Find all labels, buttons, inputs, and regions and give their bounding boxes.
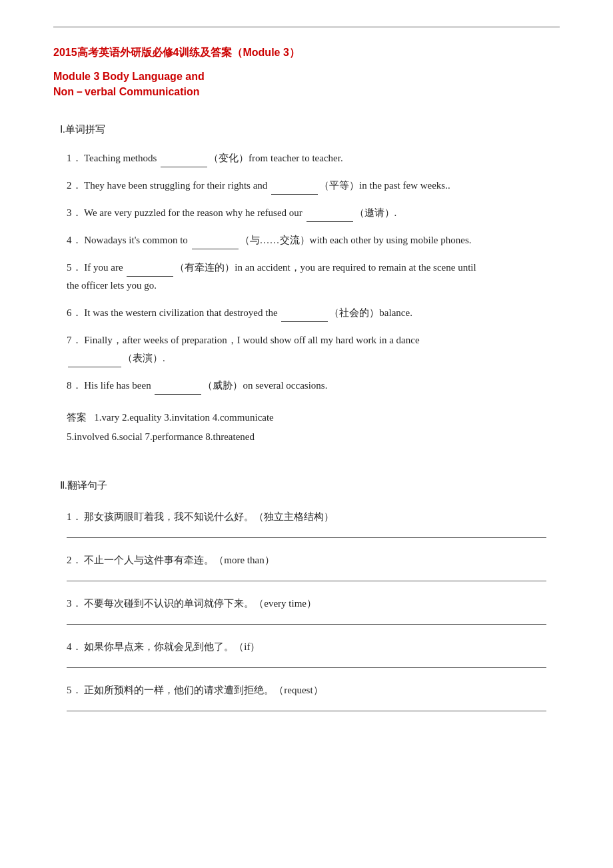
q7-blank-text: （表演）. (123, 353, 165, 363)
q6-blank (281, 321, 328, 322)
q4-num: 4． (67, 235, 82, 245)
t5-text: 正如所预料的一样，他们的请求遭到拒绝。（request） (84, 685, 322, 695)
q8-blank (155, 394, 201, 395)
q3-blank (306, 221, 353, 222)
module-title-line2: Non－verbal Communication (53, 85, 560, 99)
t1-answer-line (67, 530, 546, 538)
q8-after: （威胁）on several occasions. (203, 380, 327, 391)
t4-answer-line (67, 660, 546, 668)
question-4: 4． Nowadays it's common to （与……交流）with e… (53, 231, 560, 249)
translation-2: 2． 不止一个人与这件事有牵连。（more than） (53, 551, 560, 569)
q7-blank (68, 367, 121, 367)
t5-num: 5． (67, 685, 82, 695)
section2-title: Ⅱ.翻译句子 (60, 479, 560, 492)
question-3: 3． We are very puzzled for the reason wh… (53, 204, 560, 222)
q1-before: Teaching methods (84, 153, 159, 163)
question-6: 6． It was the western civilization that … (53, 304, 560, 322)
q1-blank (161, 167, 207, 167)
answers-label: 答案 (67, 412, 87, 423)
q6-before: It was the western civilization that des… (84, 307, 280, 318)
q2-blank (271, 194, 318, 195)
translation-5: 5． 正如所预料的一样，他们的请求遭到拒绝。（request） (53, 681, 560, 699)
q3-before: We are very puzzled for the reason why h… (84, 207, 305, 218)
q5-num: 5． (67, 262, 82, 273)
q4-after: （与……交流）with each other by using mobile p… (240, 235, 472, 245)
q5-before: If you are (84, 262, 125, 273)
t2-answer-line (67, 573, 546, 581)
t3-text: 不要每次碰到不认识的单词就停下来。（every time） (84, 598, 316, 609)
q2-num: 2． (67, 180, 82, 191)
q7-blank-line: （表演）. (53, 349, 560, 367)
t3-num: 3． (67, 598, 82, 609)
top-divider (53, 27, 560, 27)
t3-answer-line (67, 617, 546, 625)
q6-num: 6． (67, 307, 82, 318)
question-5: 5． If you are （有牵连的）in an accident，you a… (53, 259, 560, 277)
q2-after: （平等）in the past few weeks.. (319, 180, 450, 191)
answers-line1: 1.vary 2.equality 3.invitation 4.communi… (94, 412, 274, 423)
question-8: 8． His life has been （威胁）on several occa… (53, 377, 560, 395)
main-title: 2015高考英语外研版必修4训练及答案（Module 3） (53, 46, 560, 60)
q4-before: Nowadays it's common to (84, 235, 190, 245)
section1-title: Ⅰ.单词拼写 (60, 123, 560, 136)
answers-line2: 5.involved 6.social 7.performance 8.thre… (67, 431, 255, 442)
t1-num: 1． (67, 511, 82, 522)
q7-num: 7． (67, 335, 82, 345)
answers-block: 答案 1.vary 2.equality 3.invitation 4.comm… (53, 408, 560, 446)
q5-after: （有牵连的）in an accident，you are required to… (175, 262, 476, 273)
q8-before: His life has been (84, 380, 153, 391)
question-2: 2． They have been struggling for their r… (53, 177, 560, 195)
translation-3: 3． 不要每次碰到不认识的单词就停下来。（every time） (53, 595, 560, 613)
q1-after: （变化）from teacher to teacher. (209, 153, 343, 163)
module-title-line1: Module 3 Body Language and (53, 71, 560, 83)
q7-before: Finally，after weeks of preparation，I wou… (84, 335, 419, 345)
question-7: 7． Finally，after weeks of preparation，I … (53, 331, 560, 349)
t2-text: 不止一个人与这件事有牵连。（more than） (84, 555, 274, 565)
question-1: 1． Teaching methods （变化）from teacher to … (53, 149, 560, 167)
q8-num: 8． (67, 380, 82, 391)
q4-blank (192, 249, 239, 249)
t5-answer-line (67, 703, 546, 711)
t4-num: 4． (67, 641, 82, 652)
translation-4: 4． 如果你早点来，你就会见到他了。（if） (53, 638, 560, 656)
q3-num: 3． (67, 207, 82, 218)
q3-after: （邀请）. (354, 207, 397, 218)
q1-num: 1． (67, 153, 82, 163)
t4-text: 如果你早点来，你就会见到他了。（if） (84, 641, 260, 652)
translation-1: 1． 那女孩两眼盯着我，我不知说什么好。（独立主格结构） (53, 508, 560, 526)
q2-before: They have been struggling for their righ… (84, 180, 270, 191)
q5-continuation: the officer lets you go. (53, 277, 560, 295)
t1-text: 那女孩两眼盯着我，我不知说什么好。（独立主格结构） (84, 511, 334, 522)
t2-num: 2． (67, 555, 82, 565)
q6-after: （社会的）balance. (329, 307, 412, 318)
